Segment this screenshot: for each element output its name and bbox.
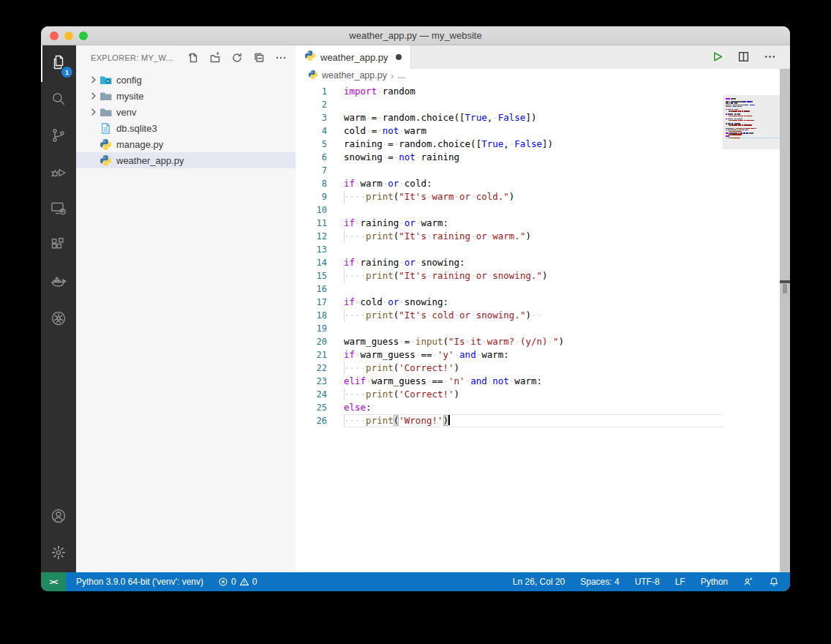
breadcrumb-segment[interactable]: ... bbox=[397, 70, 405, 80]
line-number[interactable]: 6 bbox=[296, 151, 344, 164]
line-number[interactable]: 1 bbox=[296, 85, 344, 98]
code-line-12[interactable]: 12····print("It's·raining·or·warm.") bbox=[296, 230, 790, 243]
activity-item-run-debug[interactable] bbox=[41, 155, 76, 192]
scrollbar[interactable] bbox=[780, 69, 790, 572]
bell-icon[interactable] bbox=[767, 577, 781, 587]
code-line-4[interactable]: 4cold·=·not·warm bbox=[296, 124, 790, 138]
run-button[interactable] bbox=[711, 50, 724, 64]
line-number[interactable]: 12 bbox=[296, 230, 344, 243]
code-line-3[interactable]: 3warm·=·random.choice([True,·False]) bbox=[296, 111, 790, 124]
line-number[interactable]: 26 bbox=[296, 414, 344, 427]
split-editor-button[interactable] bbox=[737, 50, 751, 64]
line-number[interactable]: 11 bbox=[296, 217, 344, 230]
code-line-26[interactable]: 26····print('Wrong!') bbox=[296, 414, 790, 427]
code-line-16[interactable]: 16 bbox=[296, 282, 790, 296]
line-number[interactable]: 13 bbox=[296, 243, 344, 256]
line-number[interactable]: 10 bbox=[296, 203, 344, 217]
activity-item-settings[interactable] bbox=[41, 536, 76, 572]
code-line-25[interactable]: 25else: bbox=[296, 401, 790, 414]
code-line-15[interactable]: 15····print("It's·raining·or·snowing.") bbox=[296, 269, 790, 282]
line-number[interactable]: 8 bbox=[296, 177, 344, 190]
activity-item-account[interactable] bbox=[41, 499, 76, 536]
code-line-21[interactable]: 21if·warm_guess·==·'y'·and·warm: bbox=[296, 348, 790, 362]
line-number[interactable]: 9 bbox=[296, 190, 344, 203]
line-number[interactable]: 3 bbox=[296, 111, 344, 124]
code-line-7[interactable]: 7 bbox=[296, 164, 790, 177]
feedback-icon[interactable] bbox=[742, 577, 755, 587]
scrollbar-handle[interactable] bbox=[783, 284, 787, 293]
activity-item-source-control[interactable] bbox=[41, 119, 76, 155]
cursor-position-status[interactable]: Ln 26, Col 20 bbox=[511, 577, 566, 587]
code-line-6[interactable]: 6snowing·=·not·raining bbox=[296, 151, 790, 164]
code-line-23[interactable]: 23elif·warm_guess·==·'n'·and·not·warm: bbox=[296, 375, 790, 388]
tree-item-config[interactable]: config bbox=[76, 72, 296, 88]
new-file-button[interactable] bbox=[186, 50, 200, 65]
chevron-right-icon[interactable] bbox=[88, 90, 99, 102]
minimap[interactable] bbox=[723, 95, 780, 149]
eol-status[interactable]: LF bbox=[674, 577, 687, 587]
line-number[interactable]: 4 bbox=[296, 124, 344, 138]
code-line-20[interactable]: 20warm_guess·=·input("Is·it·warm?·(y/n)·… bbox=[296, 335, 790, 348]
python-interpreter-status[interactable]: Python 3.9.0 64-bit ('venv': venv) bbox=[75, 577, 205, 587]
code-line-14[interactable]: 14if·raining·or·snowing: bbox=[296, 256, 790, 269]
line-number[interactable]: 17 bbox=[296, 296, 344, 309]
code-line-5[interactable]: 5raining·=·random.choice([True,·False]) bbox=[296, 138, 790, 151]
activity-item-search[interactable] bbox=[41, 82, 76, 119]
code-line-18[interactable]: 18····print("It's·cold·or·snowing.")·· bbox=[296, 309, 790, 322]
line-number[interactable]: 18 bbox=[296, 309, 344, 322]
code-line-10[interactable]: 10 bbox=[296, 203, 790, 217]
code-line-8[interactable]: 8if·warm·or·cold: bbox=[296, 177, 790, 190]
tab-weather-app[interactable]: weather_app.py bbox=[296, 45, 411, 69]
line-number[interactable]: 7 bbox=[296, 164, 344, 177]
whitespace-dots: · bbox=[410, 336, 416, 347]
code-line-13[interactable]: 13 bbox=[296, 243, 790, 256]
line-number[interactable]: 15 bbox=[296, 269, 344, 282]
line-number[interactable]: 16 bbox=[296, 282, 344, 296]
remote-indicator[interactable]: >< bbox=[41, 572, 66, 591]
line-number[interactable]: 25 bbox=[296, 401, 344, 414]
activity-bar: 1 bbox=[41, 45, 76, 572]
tree-item-weather_app.py[interactable]: weather_app.py bbox=[76, 152, 296, 168]
chevron-right-icon[interactable] bbox=[88, 106, 99, 118]
tree-item-db.sqlite3[interactable]: db.sqlite3 bbox=[76, 120, 296, 136]
modified-dot-icon[interactable] bbox=[396, 54, 402, 60]
activity-item-kubernetes[interactable] bbox=[41, 302, 76, 338]
line-number[interactable]: 2 bbox=[296, 98, 344, 111]
indentation-status[interactable]: Spaces: 4 bbox=[579, 577, 620, 587]
code-line-1[interactable]: 1import·random bbox=[296, 85, 790, 98]
tree-item-venv[interactable]: venv bbox=[76, 104, 296, 120]
code-line-2[interactable]: 2 bbox=[296, 98, 790, 111]
activity-item-extensions[interactable] bbox=[41, 228, 76, 265]
code-editor[interactable]: 1import·random23warm·=·random.choice([Tr… bbox=[296, 82, 790, 427]
more-button[interactable] bbox=[764, 50, 777, 64]
line-number[interactable]: 19 bbox=[296, 322, 344, 335]
line-number[interactable]: 22 bbox=[296, 362, 344, 375]
activity-item-explorer[interactable]: 1 bbox=[41, 45, 76, 82]
collapse-all-button[interactable] bbox=[252, 50, 266, 65]
language-mode-status[interactable]: Python bbox=[699, 577, 729, 587]
chevron-right-icon[interactable] bbox=[88, 74, 99, 86]
encoding-status[interactable]: UTF-8 bbox=[633, 577, 661, 587]
activity-item-docker[interactable] bbox=[41, 265, 76, 302]
tree-item-mysite[interactable]: mysite bbox=[76, 88, 296, 104]
code-line-19[interactable]: 19 bbox=[296, 322, 790, 335]
line-number[interactable]: 5 bbox=[296, 138, 344, 151]
problems-status[interactable]: 0 0 bbox=[217, 577, 258, 587]
line-number[interactable]: 24 bbox=[296, 388, 344, 401]
breadcrumb-segment[interactable]: weather_app.py bbox=[322, 70, 387, 80]
line-number[interactable]: 21 bbox=[296, 348, 344, 362]
more-button[interactable] bbox=[274, 50, 288, 65]
code-line-11[interactable]: 11if·raining·or·warm: bbox=[296, 217, 790, 230]
line-number[interactable]: 20 bbox=[296, 335, 344, 348]
code-line-9[interactable]: 9····print("It's·warm·or·cold.") bbox=[296, 190, 790, 203]
tree-item-manage.py[interactable]: manage.py bbox=[76, 136, 296, 152]
line-number[interactable]: 23 bbox=[296, 375, 344, 388]
code-line-24[interactable]: 24····print('Correct!') bbox=[296, 388, 790, 401]
code-line-17[interactable]: 17if·cold·or·snowing: bbox=[296, 296, 790, 309]
line-number[interactable]: 14 bbox=[296, 256, 344, 269]
activity-item-remote-explorer[interactable] bbox=[41, 192, 76, 228]
title-bar[interactable]: weather_app.py — my_website bbox=[41, 26, 790, 45]
code-line-22[interactable]: 22····print('Correct!') bbox=[296, 362, 790, 375]
refresh-button[interactable] bbox=[230, 50, 244, 65]
new-folder-button[interactable] bbox=[208, 50, 222, 65]
